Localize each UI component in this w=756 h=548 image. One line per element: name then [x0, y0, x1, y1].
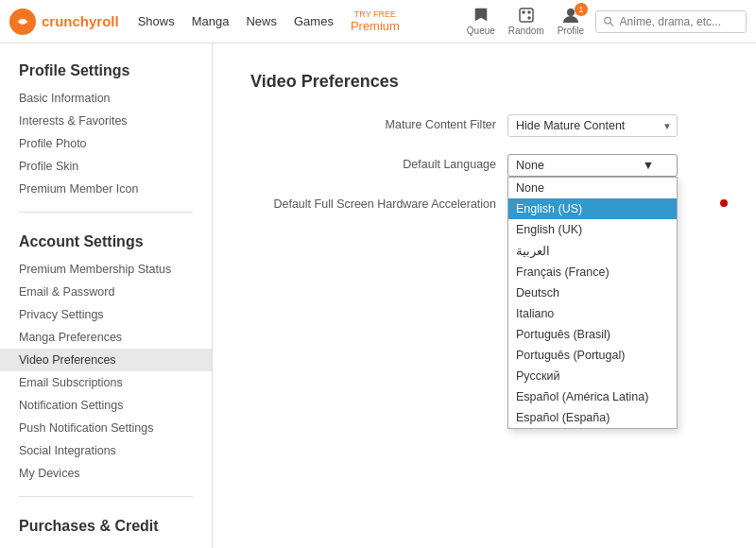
sidebar-item-interests[interactable]: Interests & Favorites — [0, 110, 212, 132]
page-title: Video Preferences — [250, 72, 718, 92]
search-input[interactable] — [620, 15, 738, 28]
nav-premium[interactable]: TRY FREE Premium — [351, 10, 400, 33]
main-nav: Shows Manga News Games TRY FREE Premium — [138, 10, 448, 33]
sidebar-title-account: Account Settings — [0, 224, 212, 258]
header-icons: Queue Random 1 Profile — [467, 7, 584, 36]
hardware-accel-label: Default Full Screen Hardware Acceleratio… — [250, 194, 496, 211]
profile-label: Profile — [558, 26, 584, 36]
profile-badge: 1 — [575, 3, 588, 16]
sidebar-item-push-notification[interactable]: Push Notification Settings — [0, 417, 212, 439]
language-dropdown-trigger[interactable]: None ▼ — [507, 154, 678, 177]
random-label: Random — [508, 26, 544, 36]
header: crunchyroll Shows Manga News Games TRY F… — [0, 0, 756, 43]
try-free-label: TRY FREE — [354, 10, 396, 19]
sidebar-title-profile: Profile Settings — [0, 62, 212, 87]
lang-option-pt-br[interactable]: Português (Brasil) — [508, 324, 677, 345]
svg-point-2 — [523, 11, 524, 13]
svg-point-3 — [528, 17, 530, 19]
lang-option-it[interactable]: Italiano — [508, 303, 677, 324]
language-dropdown-container: None ▼ None English (US) English (UK) ال… — [507, 154, 718, 177]
sidebar-divider-2 — [19, 496, 193, 497]
content-area: Video Preferences Mature Content Filter … — [213, 43, 756, 548]
svg-line-7 — [610, 23, 613, 26]
lang-option-es-es[interactable]: Español (España) — [508, 407, 677, 428]
logo[interactable]: crunchyroll — [9, 9, 119, 35]
profile-icon-group[interactable]: 1 Profile — [558, 7, 584, 36]
lang-option-ar[interactable]: العربية — [508, 240, 677, 262]
sidebar-item-devices[interactable]: My Devices — [0, 462, 212, 485]
lang-option-none[interactable]: None — [508, 178, 677, 198]
sidebar-item-profile-skin[interactable]: Profile Skin — [0, 155, 212, 178]
random-icon-group[interactable]: Random — [508, 7, 544, 36]
mature-content-row: Mature Content Filter Hide Mature Conten… — [250, 114, 718, 137]
nav-games[interactable]: Games — [294, 14, 334, 28]
sidebar-item-premium-icon[interactable]: Premium Member Icon — [0, 178, 212, 200]
lang-option-de[interactable]: Deutsch — [508, 283, 677, 303]
sidebar-item-basic-info[interactable]: Basic Information — [0, 87, 212, 110]
sidebar-item-notification[interactable]: Notification Settings — [0, 394, 212, 417]
language-dropdown-list[interactable]: None English (US) English (UK) العربية F… — [507, 177, 678, 429]
logo-text: crunchyroll — [42, 13, 119, 29]
svg-point-6 — [605, 17, 611, 24]
lang-option-en-uk[interactable]: English (UK) — [508, 219, 677, 240]
svg-point-5 — [567, 9, 575, 16]
default-language-control: None ▼ None English (US) English (UK) ال… — [507, 154, 718, 177]
search-icon — [604, 16, 614, 27]
language-dropdown-arrow: ▼ — [643, 159, 654, 172]
lang-option-es-la[interactable]: Español (América Latina) — [508, 386, 677, 407]
logo-icon — [9, 9, 36, 35]
mature-content-select[interactable]: Hide Mature Content Show Mature Content — [507, 114, 678, 137]
sidebar-divider-1 — [19, 212, 193, 213]
svg-point-4 — [528, 11, 530, 13]
sidebar-title-purchases: Purchases & Credit — [0, 508, 212, 542]
nav-shows[interactable]: Shows — [138, 14, 175, 28]
queue-icon-group[interactable]: Queue — [467, 7, 495, 36]
default-language-row: Default Language None ▼ None English (US… — [250, 154, 718, 177]
lang-option-fr[interactable]: Français (France) — [508, 262, 677, 283]
header-right: Queue Random 1 Profile — [467, 7, 747, 36]
sidebar-section-profile: Profile Settings Basic Information Inter… — [0, 62, 212, 200]
mature-content-label: Mature Content Filter — [250, 114, 496, 131]
random-icon — [518, 7, 535, 24]
queue-label: Queue — [467, 26, 495, 36]
default-language-label: Default Language — [250, 154, 496, 171]
sidebar-section-purchases: Purchases & Credit Order History — [0, 508, 212, 548]
search-box[interactable] — [595, 10, 747, 33]
main-layout: Profile Settings Basic Information Inter… — [0, 43, 756, 548]
sidebar: Profile Settings Basic Information Inter… — [0, 43, 213, 548]
sidebar-item-premium-status[interactable]: Premium Membership Status — [0, 258, 212, 281]
sidebar-item-social[interactable]: Social Integrations — [0, 439, 212, 462]
nav-news[interactable]: News — [246, 14, 277, 28]
sidebar-item-manga-prefs[interactable]: Manga Preferences — [0, 326, 212, 349]
sidebar-section-account: Account Settings Premium Membership Stat… — [0, 224, 212, 485]
red-dot-indicator — [720, 199, 728, 207]
sidebar-item-profile-photo[interactable]: Profile Photo — [0, 132, 212, 155]
language-current-value: None — [516, 159, 544, 172]
nav-manga[interactable]: Manga — [192, 14, 230, 28]
sidebar-item-email-password[interactable]: Email & Password — [0, 281, 212, 303]
sidebar-item-video-prefs[interactable]: Video Preferences — [0, 349, 212, 371]
lang-option-pt-pt[interactable]: Português (Portugal) — [508, 345, 677, 366]
bookmark-icon — [472, 7, 490, 24]
mature-content-select-box[interactable]: Hide Mature Content Show Mature Content … — [507, 114, 678, 137]
lang-option-en-us[interactable]: English (US) — [508, 198, 677, 219]
premium-label: Premium — [351, 19, 400, 33]
lang-option-ru[interactable]: Русский — [508, 366, 677, 386]
sidebar-item-email-subs[interactable]: Email Subscriptions — [0, 371, 212, 394]
sidebar-item-privacy[interactable]: Privacy Settings — [0, 303, 212, 326]
mature-content-control: Hide Mature Content Show Mature Content … — [507, 114, 718, 137]
svg-rect-1 — [520, 9, 533, 22]
sidebar-item-order-history[interactable]: Order History — [0, 542, 212, 548]
